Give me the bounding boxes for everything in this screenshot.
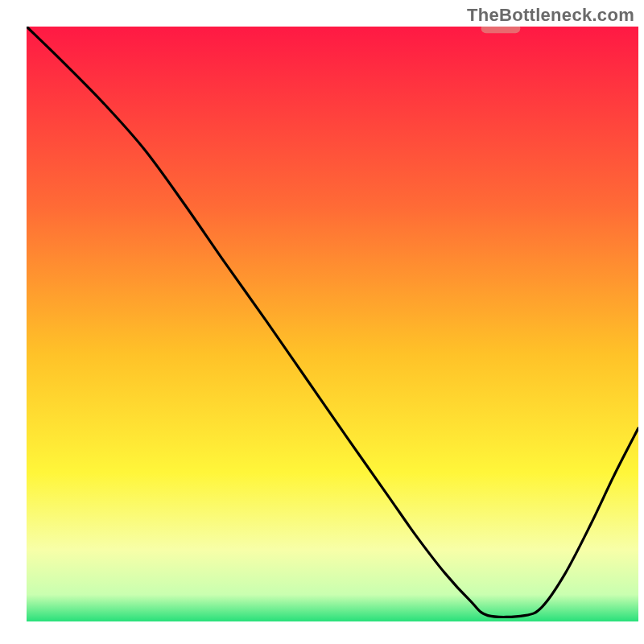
bottleneck-chart — [0, 0, 644, 644]
gradient-background — [27, 27, 638, 621]
chart-stage: TheBottleneck.com — [0, 0, 644, 644]
plot-area — [27, 23, 638, 621]
watermark-label: TheBottleneck.com — [467, 5, 634, 26]
